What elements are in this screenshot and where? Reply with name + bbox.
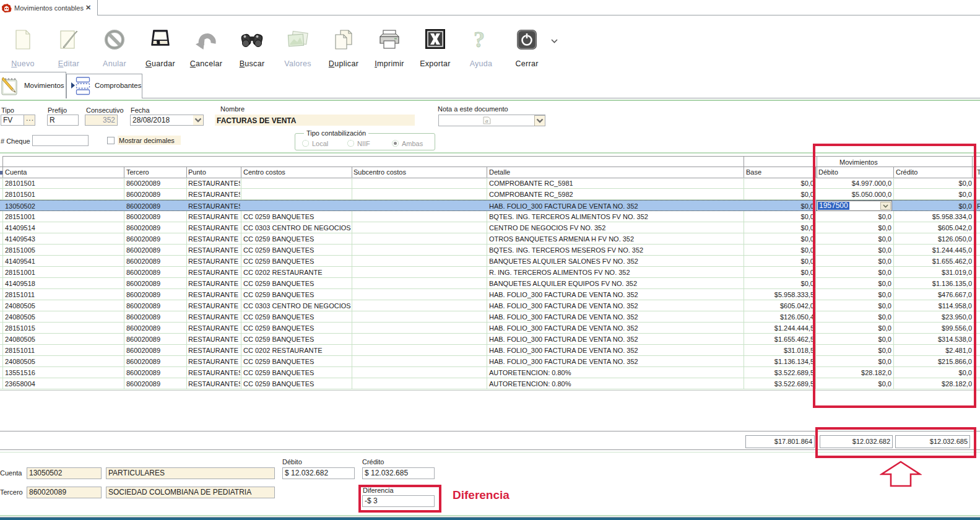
svg-text:?: ? [474, 28, 485, 51]
svg-text:a: a [485, 118, 488, 124]
